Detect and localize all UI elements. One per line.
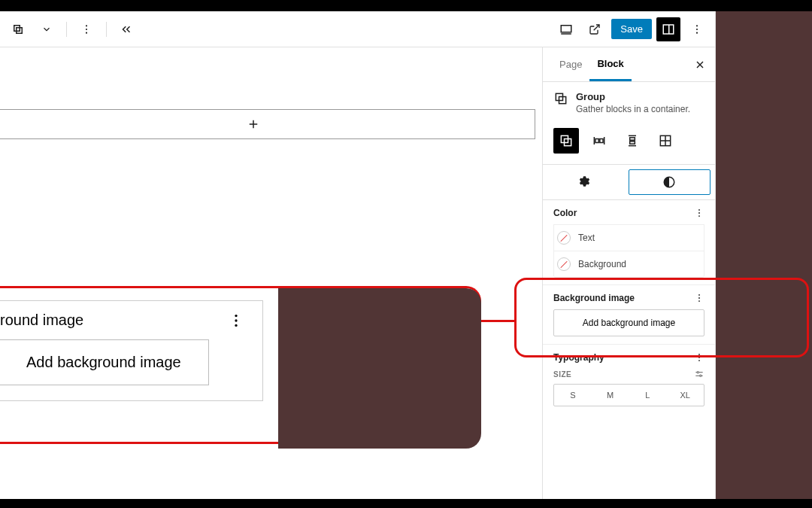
bgimg-options-icon[interactable] <box>694 293 704 303</box>
variation-grid[interactable] <box>653 128 678 154</box>
sidebar-tabs: Page Block <box>543 47 715 82</box>
svg-point-36 <box>698 354 700 355</box>
options-icon[interactable] <box>685 17 709 41</box>
svg-point-32 <box>698 215 700 217</box>
color-heading: Color <box>553 208 577 218</box>
variation-stack[interactable] <box>620 128 645 154</box>
block-appender[interactable] <box>0 109 535 139</box>
top-toolbar: Save <box>0 11 715 47</box>
svg-point-35 <box>698 300 700 302</box>
empty-swatch-icon <box>557 257 571 271</box>
styles-tab[interactable] <box>629 169 711 195</box>
tools-button[interactable] <box>6 17 30 41</box>
block-description: Gather blocks in a container. <box>576 104 690 114</box>
svg-point-45 <box>235 324 237 326</box>
size-m[interactable]: M <box>592 385 629 406</box>
svg-point-30 <box>698 209 700 211</box>
color-text-label: Text <box>578 233 595 243</box>
svg-point-4 <box>86 32 87 33</box>
svg-point-41 <box>697 372 698 373</box>
separator <box>66 22 67 37</box>
svg-point-34 <box>698 297 700 299</box>
size-l[interactable]: L <box>629 385 667 406</box>
top-toolbar-right: Save <box>554 17 709 41</box>
color-section: Color Text Background <box>543 200 715 285</box>
svg-point-38 <box>698 360 700 361</box>
color-options-icon[interactable] <box>694 208 704 218</box>
svg-point-44 <box>235 319 237 321</box>
svg-rect-5 <box>562 25 572 32</box>
gear-icon <box>577 175 590 188</box>
background-image-heading: Background image <box>553 293 635 303</box>
block-card: Group Gather blocks in a container. <box>543 82 715 123</box>
zoom-heading: round image <box>0 312 83 329</box>
svg-point-10 <box>696 28 698 29</box>
chevron-down-icon[interactable] <box>35 17 59 41</box>
desktop-view-icon[interactable] <box>554 17 578 41</box>
color-background-item[interactable]: Background <box>553 251 704 278</box>
settings-style-tabs <box>543 164 715 200</box>
empty-swatch-icon <box>557 231 571 245</box>
close-icon[interactable] <box>694 59 706 71</box>
svg-point-43 <box>235 314 237 316</box>
group-variation-row <box>543 123 715 164</box>
annotation-dark-panel <box>716 11 812 499</box>
variation-group[interactable] <box>553 128 579 154</box>
tab-page[interactable]: Page <box>552 47 589 81</box>
save-button[interactable]: Save <box>611 19 652 39</box>
svg-point-42 <box>700 375 701 376</box>
block-name: Group <box>576 91 690 102</box>
size-custom-icon[interactable] <box>694 369 704 379</box>
collapse-icon[interactable] <box>114 17 138 41</box>
color-text-item[interactable]: Text <box>553 224 704 251</box>
color-background-label: Background <box>578 259 626 269</box>
size-xl[interactable]: XL <box>666 385 704 406</box>
sidebar-toggle-button[interactable] <box>656 17 680 41</box>
typo-options-icon[interactable] <box>694 352 704 363</box>
settings-tab[interactable] <box>543 165 624 198</box>
svg-point-3 <box>86 28 87 29</box>
annotation-zoom-dark <box>278 288 481 449</box>
annotation-zoom-callout: round image Add background image <box>0 286 481 444</box>
group-block-icon <box>553 91 568 106</box>
external-link-icon[interactable] <box>583 17 607 41</box>
size-presets: S M L XL <box>553 384 704 406</box>
settings-sidebar: Page Block Group Gather blocks in a cont… <box>542 47 715 499</box>
size-label: SIZE <box>553 370 571 379</box>
svg-point-11 <box>696 32 698 33</box>
variation-row[interactable] <box>586 128 612 154</box>
plus-icon <box>247 117 260 131</box>
size-s[interactable]: S <box>554 385 592 406</box>
svg-rect-24 <box>630 141 635 144</box>
tab-block[interactable]: Block <box>589 47 631 81</box>
annotation-connector <box>481 320 516 322</box>
styles-icon <box>662 175 676 189</box>
typography-heading: Typography <box>553 352 604 363</box>
svg-point-33 <box>698 294 700 296</box>
separator <box>106 22 107 37</box>
top-toolbar-left <box>6 17 138 41</box>
background-image-section: Background image Add background image <box>543 285 715 345</box>
zoom-options-icon[interactable] <box>228 312 244 329</box>
typography-section: Typography SIZE S M L <box>543 345 715 414</box>
add-background-image-button[interactable]: Add background image <box>553 309 704 336</box>
svg-point-2 <box>86 25 87 26</box>
more-icon[interactable] <box>74 17 98 41</box>
zoom-add-background-image-button[interactable]: Add background image <box>0 339 209 385</box>
page-title[interactable]: ge <box>0 47 542 109</box>
svg-rect-23 <box>630 138 635 140</box>
svg-point-31 <box>698 212 700 214</box>
svg-point-9 <box>696 25 698 26</box>
svg-point-37 <box>698 357 700 358</box>
